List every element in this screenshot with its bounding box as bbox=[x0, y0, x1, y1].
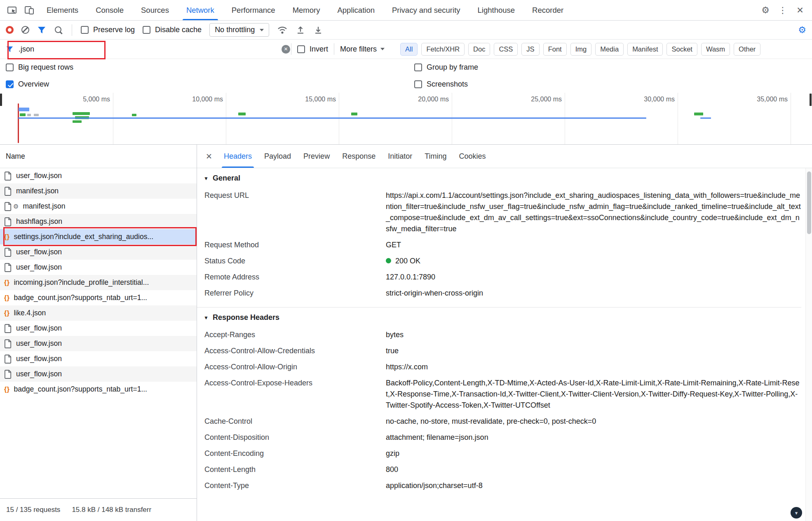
timeline-gridline bbox=[791, 93, 791, 144]
disable-cache-label: Disable cache bbox=[155, 26, 202, 34]
disable-cache-checkbox[interactable]: Disable cache bbox=[143, 26, 202, 34]
chip-doc[interactable]: Doc bbox=[468, 43, 490, 56]
request-row[interactable]: {} incoming.json?include_profile_interst… bbox=[0, 275, 197, 290]
view-options-row-2: Overview Screenshots bbox=[0, 76, 812, 93]
tab-preview[interactable]: Preview bbox=[297, 145, 336, 168]
json-icon: {} bbox=[4, 233, 9, 241]
tab-sources[interactable]: Sources bbox=[132, 0, 178, 20]
clear-filter-icon[interactable]: ✕ bbox=[282, 45, 290, 54]
inspect-element-icon[interactable] bbox=[3, 0, 21, 20]
more-menu-icon[interactable]: ⋮ bbox=[774, 0, 791, 20]
request-row[interactable]: user_flow.json bbox=[0, 244, 197, 260]
clear-network-log-button[interactable] bbox=[21, 26, 29, 34]
search-button[interactable] bbox=[54, 26, 63, 35]
chip-js[interactable]: JS bbox=[521, 43, 539, 56]
tab-lighthouse[interactable]: Lighthouse bbox=[469, 0, 524, 20]
tab-recorder[interactable]: Recorder bbox=[523, 0, 572, 20]
timeline-window-handle[interactable] bbox=[810, 94, 812, 106]
overview-timeline[interactable]: 5,000 ms 10,000 ms 15,000 ms 20,000 ms 2… bbox=[0, 93, 812, 145]
request-row[interactable]: user_flow.json bbox=[0, 321, 197, 336]
tab-payload[interactable]: Payload bbox=[258, 145, 297, 168]
close-devtools-icon[interactable]: ✕ bbox=[791, 0, 809, 20]
request-name: manifest.json bbox=[16, 187, 59, 195]
timeline-tick-label: 35,000 ms bbox=[757, 96, 791, 103]
header-name: Accept-Ranges bbox=[197, 329, 386, 340]
record-network-log-button[interactable] bbox=[6, 26, 14, 34]
tab-application[interactable]: Application bbox=[329, 0, 383, 20]
scroll-down-indicator[interactable]: ▾ bbox=[791, 507, 802, 519]
panel-tabs: Elements Console Sources Network Perform… bbox=[38, 0, 572, 20]
screenshots-checkbox[interactable]: Screenshots bbox=[414, 80, 468, 89]
request-row[interactable]: user_flow.json bbox=[0, 366, 197, 382]
details-scrollbar[interactable] bbox=[805, 168, 812, 521]
request-list-panel: Name user_flow.json manifest.json ⚙ mani… bbox=[0, 145, 197, 521]
chip-font[interactable]: Font bbox=[543, 43, 567, 56]
tab-timing[interactable]: Timing bbox=[418, 145, 453, 168]
header-value: application/json;charset=utf-8 bbox=[386, 480, 801, 491]
request-row[interactable]: {} badge_count.json?supports_ntab_urt=1.… bbox=[0, 290, 197, 305]
chip-wasm[interactable]: Wasm bbox=[701, 43, 730, 56]
chip-img[interactable]: Img bbox=[570, 43, 592, 56]
request-row[interactable]: user_flow.json bbox=[0, 168, 197, 183]
request-row-selected[interactable]: {} settings.json?include_ext_sharing_aud… bbox=[0, 229, 197, 244]
request-name: manifest.json bbox=[23, 202, 65, 211]
group-by-frame-checkbox[interactable]: Group by frame bbox=[414, 63, 478, 72]
timeline-activity-bar bbox=[27, 114, 31, 116]
export-har-button[interactable] bbox=[313, 25, 323, 35]
import-har-button[interactable] bbox=[296, 25, 305, 35]
request-row[interactable]: {} like.4.json bbox=[0, 305, 197, 321]
request-row[interactable]: hashflags.json bbox=[0, 214, 197, 229]
response-headers-section-header[interactable]: ▼ Response Headers bbox=[197, 307, 801, 327]
tab-cookies[interactable]: Cookies bbox=[453, 145, 492, 168]
filter-input-value: .json bbox=[19, 45, 34, 54]
request-name: user_flow.json bbox=[16, 370, 62, 378]
tab-privacy-and-security[interactable]: Privacy and security bbox=[383, 0, 469, 20]
scrollbar-thumb[interactable] bbox=[807, 171, 811, 234]
chip-manifest[interactable]: Manifest bbox=[627, 43, 663, 56]
tab-initiator[interactable]: Initiator bbox=[382, 145, 418, 168]
tab-performance[interactable]: Performance bbox=[223, 0, 284, 20]
timeline-activity-bar bbox=[132, 114, 136, 116]
request-name: user_flow.json bbox=[16, 324, 62, 333]
download-icon bbox=[313, 25, 323, 35]
settings-gear-icon[interactable]: ⚙ bbox=[757, 0, 774, 20]
chip-socket[interactable]: Socket bbox=[666, 43, 697, 56]
request-row[interactable]: {} badge_count.json?supports_ntab_urt=1.… bbox=[0, 382, 197, 397]
request-row[interactable]: manifest.json bbox=[0, 183, 197, 199]
filter-toggle-button[interactable] bbox=[37, 26, 46, 34]
chip-fetch-xhr[interactable]: Fetch/XHR bbox=[421, 43, 465, 56]
request-row[interactable]: ⚙ manifest.json bbox=[0, 199, 197, 214]
chip-all[interactable]: All bbox=[400, 43, 418, 56]
tab-elements[interactable]: Elements bbox=[38, 0, 87, 20]
network-settings-gear-icon[interactable]: ⚙ bbox=[798, 25, 806, 35]
chip-other[interactable]: Other bbox=[734, 43, 760, 56]
big-request-rows-checkbox[interactable]: Big request rows bbox=[6, 63, 73, 72]
request-row[interactable]: user_flow.json bbox=[0, 351, 197, 366]
request-row[interactable]: user_flow.json bbox=[0, 260, 197, 275]
device-toolbar-icon[interactable] bbox=[21, 0, 38, 20]
timeline-activity-bar bbox=[238, 113, 246, 115]
chip-css[interactable]: CSS bbox=[494, 43, 518, 56]
request-row[interactable]: user_flow.json bbox=[0, 336, 197, 351]
overview-checkbox[interactable]: Overview bbox=[6, 80, 49, 89]
network-conditions-button[interactable] bbox=[277, 26, 288, 35]
general-section-header[interactable]: ▼ General bbox=[197, 168, 801, 188]
tab-network[interactable]: Network bbox=[178, 0, 223, 20]
tab-headers[interactable]: Headers bbox=[218, 145, 258, 168]
more-filters-dropdown[interactable]: More filters bbox=[340, 45, 385, 54]
throttling-select[interactable]: No throttling bbox=[209, 23, 269, 37]
network-filter-input[interactable]: .json ✕ bbox=[6, 45, 290, 54]
funnel-icon bbox=[37, 26, 46, 34]
close-details-icon[interactable]: ✕ bbox=[200, 145, 218, 168]
tab-response[interactable]: Response bbox=[336, 145, 382, 168]
tab-memory[interactable]: Memory bbox=[284, 0, 329, 20]
name-column-header[interactable]: Name bbox=[0, 145, 197, 168]
chip-media[interactable]: Media bbox=[595, 43, 624, 56]
tab-console[interactable]: Console bbox=[87, 0, 132, 20]
preserve-log-checkbox[interactable]: Preserve log bbox=[81, 26, 135, 34]
invert-filter-checkbox[interactable]: Invert bbox=[297, 45, 328, 54]
header-name: Remote Address bbox=[197, 272, 386, 283]
timeline-gridline bbox=[678, 93, 678, 144]
timeline-window-handle[interactable] bbox=[0, 94, 2, 106]
document-icon bbox=[4, 370, 12, 379]
